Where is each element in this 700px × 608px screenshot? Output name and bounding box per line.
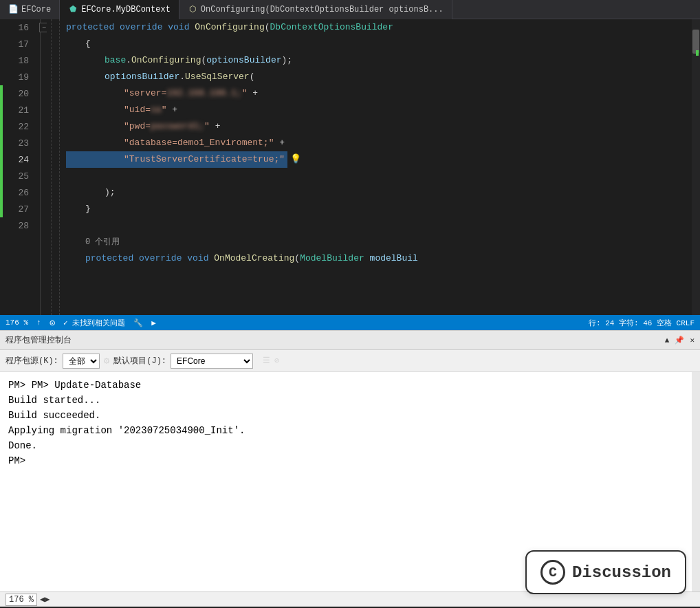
line-21: 21 bbox=[0, 102, 34, 118]
pm-toolbar: 程序包源(K): 全部 ⚙ 默认项目(J): EFCore ☰ ⊘ bbox=[0, 350, 700, 372]
cursor-position: 行: 24 字符: 46 空格 CRLF bbox=[589, 318, 694, 328]
minimap-change-indicator bbox=[696, 50, 699, 56]
tab-onconfiguring[interactable]: ⬡ OnConfiguring(DbContextOptionsBuilder … bbox=[179, 0, 452, 19]
bottom-zoom[interactable]: 176 % bbox=[6, 594, 37, 606]
source-select[interactable]: 全部 bbox=[63, 354, 100, 369]
code-text-area[interactable]: protected override void OnConfiguring(Db… bbox=[66, 19, 692, 315]
clear-btn[interactable]: ⊘ bbox=[274, 356, 279, 366]
line-23: 23 bbox=[0, 135, 34, 151]
line-20: 20 bbox=[0, 85, 34, 102]
discussion-label: Discussion bbox=[572, 563, 671, 582]
line-22: 22 bbox=[0, 118, 34, 135]
code-line-22: "pwd=password1;" + bbox=[66, 118, 692, 135]
pm-line-5: Done. bbox=[8, 438, 692, 453]
line-26: 26 bbox=[0, 184, 34, 201]
code-line-19: optionsBuilder.UseSqlServer( bbox=[66, 69, 692, 85]
status-left: 176 % ↑ ⊙ ✓ 未找到相关问题 🔧 ▶ bbox=[6, 317, 156, 329]
status-bar: 176 % ↑ ⊙ ✓ 未找到相关问题 🔧 ▶ 行: 24 字符: 46 空格 … bbox=[0, 315, 700, 330]
code-line-28 bbox=[66, 217, 692, 234]
class-icon: ⬟ bbox=[68, 5, 78, 14]
warning-indicator[interactable]: ✓ 未找到相关问题 bbox=[63, 318, 125, 328]
editor-scrollbar[interactable] bbox=[692, 19, 700, 315]
line-19: 19 bbox=[0, 69, 34, 85]
scroll-indicator: ⊙ bbox=[50, 317, 55, 329]
title-bar: 📄 EFCore ⬟ EFCore.MyDBContext ⬡ OnConfig… bbox=[0, 0, 700, 19]
source-label: 程序包源(K): bbox=[6, 355, 58, 367]
project-label: 默认项目(J): bbox=[113, 355, 166, 367]
line-28: 28 bbox=[0, 217, 34, 234]
code-line-17: { bbox=[66, 36, 692, 52]
code-line-18: base.OnConfiguring(optionsBuilder); bbox=[66, 52, 692, 69]
line-29 bbox=[0, 234, 34, 250]
pm-header-left: 程序包管理控制台 bbox=[6, 334, 72, 346]
editor-area: 16 17 18 19 20 21 22 23 24 25 26 bbox=[0, 19, 700, 315]
pm-line-1: PM> PM> Update-Database bbox=[8, 378, 692, 393]
pm-pin-btn[interactable]: 📌 bbox=[675, 336, 684, 345]
line-27: 27 bbox=[0, 201, 34, 217]
list-icon[interactable]: ☰ bbox=[263, 356, 270, 366]
code-line-25 bbox=[66, 168, 692, 184]
method-icon: ⬡ bbox=[188, 5, 197, 14]
lightbulb-icon[interactable]: 💡 bbox=[290, 151, 301, 168]
code-line-30: protected override void OnModelCreating(… bbox=[66, 250, 692, 267]
collapse-col: − bbox=[34, 19, 47, 315]
zoom-level[interactable]: 176 % bbox=[6, 318, 28, 327]
up-icon: ↑ bbox=[36, 318, 41, 327]
file-icon: 📄 bbox=[8, 5, 18, 14]
play-icon: ▶ bbox=[151, 318, 156, 327]
bottom-scroll-right[interactable]: ▶ bbox=[45, 594, 50, 605]
code-line-27: } bbox=[66, 201, 692, 217]
pm-line-4: Applying migration '20230725034900_Init'… bbox=[8, 423, 692, 438]
pm-title: 程序包管理控制台 bbox=[6, 334, 72, 346]
code-line-16: protected override void OnConfiguring(Db… bbox=[66, 19, 692, 36]
tab-efcore[interactable]: 📄 EFCore bbox=[0, 0, 60, 19]
pm-line-2: Build started... bbox=[8, 393, 692, 408]
line-17: 17 bbox=[0, 36, 34, 52]
bottom-scroll-left[interactable]: ◀ bbox=[40, 594, 45, 605]
pm-header: 程序包管理控制台 ▲ 📌 ✕ bbox=[0, 331, 700, 350]
code-line-23: "database=demo1_Enviroment;" + bbox=[66, 135, 692, 151]
git-icon: 🔧 bbox=[133, 318, 143, 327]
code-line-26: ); bbox=[66, 184, 692, 201]
line-numbers: 16 17 18 19 20 21 22 23 24 25 26 bbox=[0, 19, 34, 315]
line-25: 25 bbox=[0, 168, 34, 184]
pm-expand-btn[interactable]: ▲ bbox=[665, 336, 670, 345]
code-line-21: "uid=sa" + bbox=[66, 102, 692, 118]
project-select[interactable]: EFCore bbox=[171, 354, 253, 369]
check-icon: ✓ bbox=[63, 319, 68, 327]
discussion-logo: C bbox=[540, 560, 565, 585]
discussion-badge: C Discussion bbox=[525, 550, 686, 594]
line-24: 24 bbox=[0, 151, 34, 168]
line-30-num bbox=[0, 250, 34, 267]
line-18: 18 bbox=[0, 52, 34, 69]
pm-line-3: Build succeeded. bbox=[8, 408, 692, 423]
pm-header-right: ▲ 📌 ✕ bbox=[665, 336, 694, 345]
pm-line-6: PM> bbox=[8, 453, 692, 468]
guides-col bbox=[47, 19, 66, 315]
settings-btn[interactable]: ⚙ bbox=[104, 355, 109, 367]
status-right: 行: 24 字符: 46 空格 CRLF bbox=[589, 318, 694, 328]
pm-scrollbar[interactable] bbox=[692, 372, 700, 591]
code-line-20: "server=192.168.100.1;" + bbox=[66, 85, 692, 102]
code-line-24: "TrustServerCertificate=true;" 💡 bbox=[66, 151, 692, 168]
line-16: 16 bbox=[0, 19, 34, 36]
pm-close-btn[interactable]: ✕ bbox=[690, 336, 694, 345]
code-line-ref: 0 个引用 bbox=[66, 234, 692, 250]
tab-mydbcontext[interactable]: ⬟ EFCore.MyDBContext bbox=[60, 0, 179, 19]
